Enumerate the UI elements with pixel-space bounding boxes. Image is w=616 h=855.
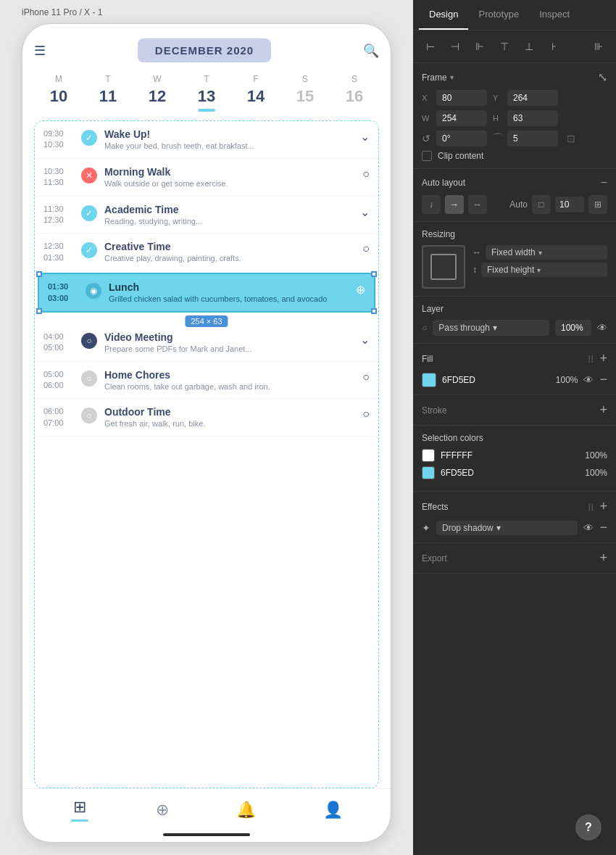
align-bottom-btn[interactable]: ⊦ — [544, 36, 564, 57]
layout-dir-right[interactable]: → — [445, 195, 464, 214]
align-right-btn[interactable]: ⊩ — [470, 36, 490, 57]
y-input[interactable] — [507, 90, 558, 106]
layout-spacing[interactable]: ↔ — [468, 195, 487, 214]
schedule-item-academic[interactable]: 11:3012:30 ✓ Academic Time Reading, stud… — [35, 197, 378, 234]
sel-swatch-teal[interactable] — [422, 466, 435, 479]
export-add-btn[interactable]: + — [599, 550, 607, 566]
resize-width-option[interactable]: ↔ Fixed width ▾ — [473, 245, 607, 260]
weekday-col-f[interactable]: F 14 — [234, 74, 278, 112]
frame-xy-row: X Y — [422, 90, 607, 106]
w-input[interactable] — [436, 110, 487, 126]
nav-item-grid[interactable]: ⊞ — [71, 798, 88, 822]
effects-drag-handle[interactable]: ⁞⁞ — [588, 501, 594, 513]
tab-inspect[interactable]: Inspect — [529, 0, 580, 30]
effects-section: Effects ⁞⁞ + ✦ Drop shadow ▾ 👁 − — [413, 492, 616, 543]
handle-bl[interactable] — [36, 308, 42, 314]
layer-visibility-icon[interactable]: 👁 — [597, 322, 607, 334]
clip-content-checkbox[interactable] — [422, 151, 432, 161]
tab-prototype[interactable]: Prototype — [468, 0, 529, 30]
fill-header: Fill ⁞⁞ + — [422, 351, 607, 366]
weekday-s1: S — [302, 74, 308, 84]
frame-section: Frame ▾ ⤡ X Y W H ↺ ⌒ ⊡ Cl — [413, 63, 616, 169]
schedule-item-chores[interactable]: 05:0006:00 ○ Home Chores Clean rooms, ta… — [35, 362, 378, 400]
schedule-item-outdoor[interactable]: 06:0007:00 ○ Outdoor Time Get fresh air,… — [35, 399, 378, 437]
day-11: 11 — [99, 87, 117, 106]
blend-mode-btn[interactable]: Pass through ▾ — [433, 320, 549, 336]
effects-header: Effects ⁞⁞ + — [422, 499, 607, 514]
layout-align[interactable]: □ — [532, 195, 551, 214]
status-icon-chores: ○ — [81, 371, 97, 387]
fixed-width-chevron: ▾ — [538, 249, 542, 257]
stroke-add-btn[interactable]: + — [599, 402, 607, 418]
content-academic: Academic Time Reading, studying, writing… — [104, 204, 360, 226]
resize-width-label[interactable]: Fixed width ▾ — [486, 245, 607, 260]
handle-br[interactable] — [371, 308, 377, 314]
drop-shadow-btn[interactable]: Drop shadow ▾ — [436, 521, 578, 535]
r-input[interactable] — [436, 131, 487, 146]
status-icon-walk: ✕ — [81, 168, 97, 183]
hamburger-icon[interactable]: ☰ — [34, 43, 46, 59]
schedule-item-video[interactable]: 04:0005:00 ○ Video Meeting Prepare some … — [35, 324, 378, 362]
help-button[interactable]: ? — [575, 814, 602, 840]
resize-height-label[interactable]: Fixed height ▾ — [481, 263, 607, 277]
tab-design[interactable]: Design — [419, 0, 468, 30]
desc-outdoor: Get fresh air, walk, run, bike. — [104, 419, 362, 428]
weekday-col-t2[interactable]: T 13 — [185, 74, 228, 112]
sel-swatch-white[interactable] — [422, 449, 435, 462]
nav-item-add[interactable]: ⊕ — [156, 801, 169, 819]
align-center-h-btn[interactable]: ⊣ — [445, 36, 465, 57]
c-input[interactable] — [507, 131, 558, 146]
distribute-btn[interactable]: ⊪ — [588, 36, 609, 57]
fill-color-swatch[interactable] — [422, 373, 436, 387]
bottom-nav: ⊞ ⊕ 🔔 👤 — [22, 788, 391, 827]
align-left-btn[interactable]: ⊢ — [420, 36, 441, 57]
schedule-container[interactable]: 09:3010:30 ✓ Wake Up! Make your bed, bru… — [34, 120, 379, 788]
expand-icon[interactable]: ⊡ — [567, 133, 575, 144]
opacity-input[interactable] — [555, 320, 591, 336]
nav-item-profile[interactable]: 👤 — [323, 801, 343, 819]
weekday-col-m[interactable]: M 10 — [37, 74, 80, 112]
fill-color-hex[interactable]: 6FD5ED — [442, 375, 550, 385]
schedule-item-wakeup[interactable]: 09:3010:30 ✓ Wake Up! Make your bed, bru… — [35, 121, 378, 159]
align-toolbar: ⊢ ⊣ ⊩ ⊤ ⊥ ⊦ ⊪ — [413, 30, 616, 63]
layout-padding[interactable] — [555, 197, 584, 212]
nav-item-bell[interactable]: 🔔 — [236, 801, 256, 819]
weekday-col-s2[interactable]: S 16 — [333, 74, 376, 112]
resize-height-option[interactable]: ↕ Fixed height ▾ — [473, 263, 607, 277]
status-icon-wakeup: ✓ — [81, 130, 97, 146]
effect-remove-btn[interactable]: − — [599, 520, 607, 535]
fill-visibility-icon[interactable]: 👁 — [583, 374, 594, 386]
weekday-f: F — [253, 74, 258, 84]
weekday-col-w[interactable]: W 12 — [136, 74, 179, 112]
effect-visibility-icon[interactable]: 👁 — [583, 522, 594, 534]
frame-resize-icon[interactable]: ⤡ — [598, 70, 607, 84]
auto-layout-remove[interactable]: − — [601, 176, 607, 189]
fill-drag-handle[interactable]: ⁞⁞ — [588, 353, 594, 365]
layout-dir-down[interactable]: ↓ — [422, 195, 441, 214]
chevron-walk: ○ — [362, 168, 370, 181]
status-icon-lunch: ◉ — [86, 283, 101, 299]
search-icon[interactable]: 🔍 — [363, 43, 379, 59]
home-bar — [22, 827, 391, 842]
frame-label[interactable]: Frame ▾ — [422, 73, 454, 83]
left-panel: iPhone 11 Pro / X - 1 ☰ DECEMBER 2020 🔍 … — [0, 0, 413, 855]
x-input[interactable] — [436, 90, 487, 106]
resize-height-icon: ↕ — [473, 265, 477, 275]
weekday-t1: T — [105, 74, 110, 84]
align-top-btn[interactable]: ⊤ — [494, 36, 515, 57]
schedule-item-walk[interactable]: 10:3011:30 ✕ Morning Walk Walk outside o… — [35, 159, 378, 197]
weekday-col-t1[interactable]: T 11 — [86, 74, 130, 112]
handle-tr[interactable] — [371, 271, 377, 277]
fill-remove-btn[interactable]: − — [599, 372, 607, 387]
layout-wrap[interactable]: ⊞ — [588, 195, 607, 214]
schedule-item-creative[interactable]: 12:3001:30 ✓ Creative Time Creative play… — [35, 234, 378, 271]
weekday-col-s1[interactable]: S 15 — [283, 74, 327, 112]
schedule-item-lunch[interactable]: 01:3003:00 ◉ Lunch Grilled chicken salad… — [38, 273, 375, 313]
r-label: ↺ — [422, 133, 430, 144]
effects-add-btn[interactable]: + — [599, 499, 607, 514]
align-center-v-btn[interactable]: ⊥ — [519, 36, 539, 57]
handle-tl[interactable] — [36, 271, 42, 277]
h-input[interactable] — [507, 110, 558, 126]
clip-content-row: Clip content — [422, 151, 607, 161]
fill-add-btn[interactable]: + — [599, 351, 607, 366]
